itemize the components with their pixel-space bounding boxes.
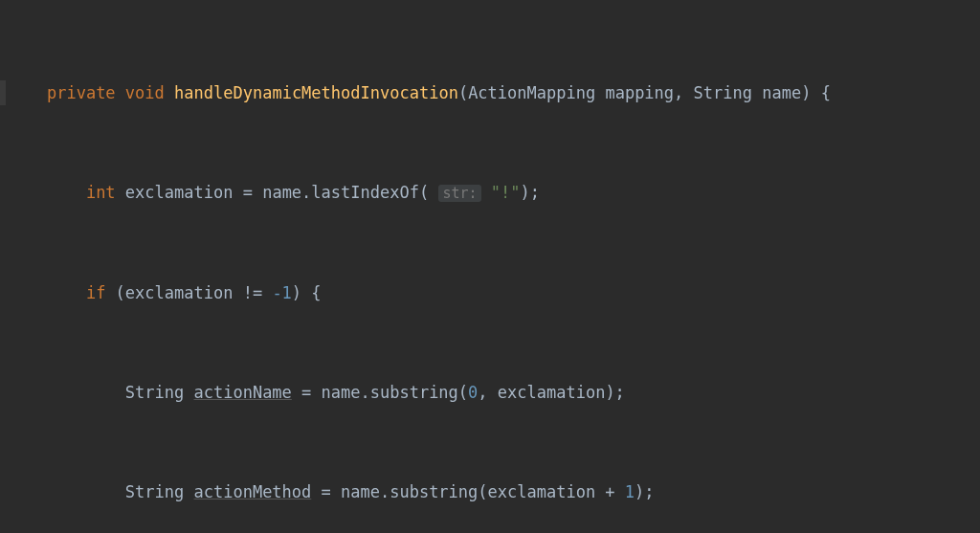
keyword-private: private — [47, 83, 116, 102]
code-line: private void handleDynamicMethodInvocati… — [0, 80, 980, 105]
code-line: if (exclamation != -1) { — [0, 280, 980, 305]
keyword-void: void — [125, 83, 165, 102]
method-name: handleDynamicMethodInvocation — [174, 83, 458, 102]
code-line: String actionMethod = name.substring(exc… — [0, 479, 980, 504]
code-line: int exclamation = name.lastIndexOf( str:… — [0, 180, 980, 206]
code-line: String actionName = name.substring(0, ex… — [0, 380, 980, 405]
inlay-hint: str: — [438, 185, 480, 202]
code-editor[interactable]: private void handleDynamicMethodInvocati… — [0, 0, 980, 533]
